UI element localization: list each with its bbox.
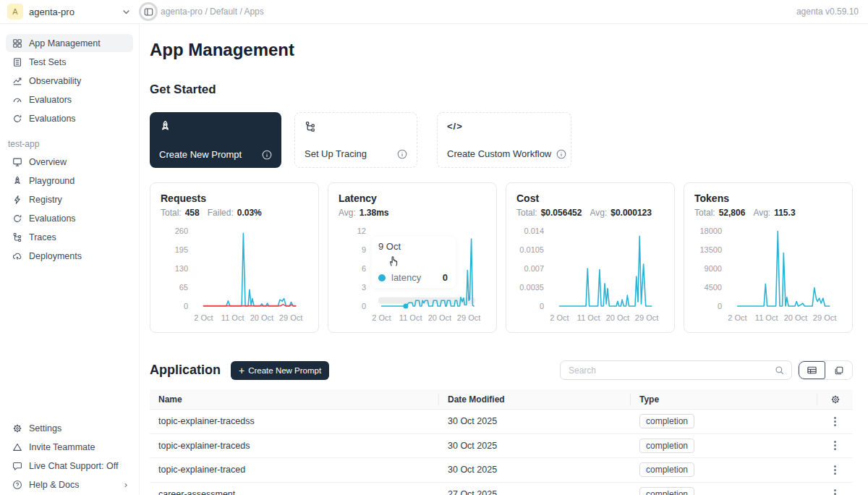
svg-text:0.007: 0.007 — [524, 264, 544, 273]
tooltip-date: 9 Oct — [378, 241, 449, 252]
triangle-icon — [12, 441, 22, 452]
bolt-icon — [12, 194, 22, 205]
cost-card: Cost Total: $0.056452 Avg: $0.000123 0.0… — [506, 182, 675, 333]
create-custom-workflow-card[interactable]: </> Create Custom Workflow — [437, 112, 571, 168]
sidebar-item-registry[interactable]: Registry — [6, 190, 133, 208]
sidebar-app-section-label: test-app — [8, 139, 132, 149]
table-row[interactable]: topic-explainer-traceds 30 Oct 2025 comp… — [150, 434, 853, 459]
cost-chart: 0.0140.01050.0070.003502 Oct11 Oct20 Oct… — [516, 224, 665, 332]
sidebar-item-test-sets[interactable]: Test Sets — [6, 53, 133, 71]
info-icon[interactable] — [257, 150, 272, 160]
svg-text:0.0035: 0.0035 — [519, 283, 544, 292]
svg-text:11 Oct: 11 Oct — [399, 313, 422, 322]
set-up-tracing-card[interactable]: Set Up Tracing — [294, 112, 417, 168]
chevron-down-icon — [122, 8, 130, 16]
stat-title: Cost — [516, 192, 664, 204]
topbar: A agenta-pro agenta-pro / Default / Apps… — [0, 0, 868, 24]
sidebar-item-settings[interactable]: Settings — [6, 419, 133, 437]
sidebar-footer: Settings Invite Teammate Live Chat Suppo… — [0, 418, 139, 494]
svg-text:130: 130 — [175, 264, 188, 273]
search-input[interactable] — [569, 365, 775, 376]
sidebar-item-evaluators[interactable]: Evaluators — [6, 90, 133, 109]
sidebar-item-deployments[interactable]: Deployments — [6, 247, 133, 265]
stats-row: Requests Total: 458 Failed: 0.03% 260195… — [150, 182, 853, 333]
application-header: Application + Create New Prompt — [150, 360, 853, 380]
table-row[interactable]: topic-explainer-traced 30 Oct 2025 compl… — [150, 458, 853, 483]
requests-chart: 2601951306502 Oct11 Oct20 Oct29 Oct — [161, 224, 310, 332]
column-name[interactable]: Name — [150, 394, 439, 405]
table-row[interactable]: topic-explainer-tracedss 30 Oct 2025 com… — [150, 410, 853, 434]
gauge-icon — [12, 94, 22, 105]
table-header: Name Date Modified Type — [150, 389, 853, 410]
sidebar-item-traces[interactable]: Traces — [6, 228, 133, 246]
svg-text:11 Oct: 11 Oct — [221, 313, 244, 322]
table-icon — [12, 56, 22, 67]
sidebar-item-help-docs[interactable]: Help & Docs › — [6, 475, 133, 494]
svg-text:260: 260 — [175, 227, 188, 235]
svg-text:2 Oct: 2 Oct — [550, 313, 569, 322]
version-label: agenta v0.59.10 — [796, 7, 859, 17]
card-view-button[interactable] — [825, 361, 852, 379]
series-dot — [378, 274, 386, 282]
svg-text:29 Oct: 29 Oct — [813, 313, 836, 322]
type-badge: completion — [639, 439, 694, 453]
tooltip-row: latency 0 — [378, 272, 449, 283]
svg-text:29 Oct: 29 Oct — [457, 313, 480, 322]
svg-text:20 Oct: 20 Oct — [250, 313, 273, 322]
svg-text:0: 0 — [718, 302, 722, 310]
page-title: App Management — [150, 40, 853, 60]
svg-text:0.014: 0.014 — [524, 227, 544, 235]
rocket-icon — [12, 175, 22, 186]
row-menu-button[interactable]: ⋮ — [834, 469, 836, 471]
stat-title: Latency — [339, 192, 486, 204]
sidebar-item-evaluations[interactable]: Evaluations — [6, 109, 133, 127]
sidebar-collapse-button[interactable] — [139, 2, 158, 21]
svg-text:13500: 13500 — [699, 245, 722, 254]
row-menu-button[interactable]: ⋮ — [834, 444, 836, 447]
search-icon[interactable] — [775, 365, 785, 376]
sidebar-item-invite-teammate[interactable]: Invite Teammate — [6, 438, 133, 456]
svg-text:6: 6 — [362, 264, 366, 273]
svg-text:29 Oct: 29 Oct — [635, 313, 658, 322]
sidebar: App Management Test Sets Observability E… — [0, 24, 140, 495]
svg-text:18000: 18000 — [699, 227, 722, 235]
chart-tooltip: 9 Oct latency 0 — [372, 237, 456, 288]
get-started-cards: Create New Prompt Set Up Tracing </> Cre… — [150, 112, 853, 168]
type-badge: completion — [639, 414, 694, 428]
table-row[interactable]: career-assessment 27 Oct 2025 completion… — [150, 483, 853, 495]
chevron-right-icon: › — [124, 479, 127, 490]
info-icon[interactable] — [551, 149, 566, 159]
requests-card: Requests Total: 458 Failed: 0.03% 260195… — [150, 182, 319, 333]
application-heading: Application — [150, 363, 221, 378]
table-settings-gear-icon[interactable] — [830, 394, 841, 405]
workspace-selector[interactable]: A agenta-pro — [0, 4, 130, 20]
sidebar-item-app-evaluations[interactable]: Evaluations — [6, 209, 133, 227]
search-box[interactable] — [560, 360, 792, 380]
column-type[interactable]: Type — [631, 394, 817, 405]
sidebar-item-observability[interactable]: Observability — [6, 72, 133, 90]
create-new-prompt-button[interactable]: + Create New Prompt — [231, 361, 329, 380]
cloud-icon — [12, 250, 22, 261]
column-date-modified[interactable]: Date Modified — [439, 394, 631, 405]
refresh-circle-icon — [12, 113, 22, 124]
sidebar-item-overview[interactable]: Overview — [6, 153, 133, 171]
get-started-heading: Get Started — [150, 82, 853, 97]
panel-left-icon — [144, 7, 153, 17]
info-icon[interactable] — [392, 149, 407, 159]
chart-line-icon — [12, 75, 22, 86]
svg-text:0: 0 — [362, 302, 366, 310]
sidebar-item-app-management[interactable]: App Management — [6, 34, 133, 52]
create-new-prompt-card[interactable]: Create New Prompt — [150, 112, 281, 168]
svg-text:4500: 4500 — [705, 283, 722, 292]
svg-text:0: 0 — [540, 302, 544, 310]
chat-bubble-icon — [12, 460, 22, 471]
svg-text:20 Oct: 20 Oct — [606, 313, 629, 322]
table-view-button[interactable] — [799, 361, 825, 379]
row-menu-button[interactable]: ⋮ — [834, 420, 836, 423]
code-icon: </> — [447, 121, 561, 132]
main-content: App Management Get Started Create New Pr… — [140, 24, 868, 495]
sidebar-item-live-chat[interactable]: Live Chat Support: Off — [6, 457, 133, 475]
breadcrumb[interactable]: agenta-pro / Default / Apps — [161, 7, 264, 17]
svg-text:2 Oct: 2 Oct — [372, 313, 391, 322]
sidebar-item-playground[interactable]: Playground — [6, 172, 133, 190]
